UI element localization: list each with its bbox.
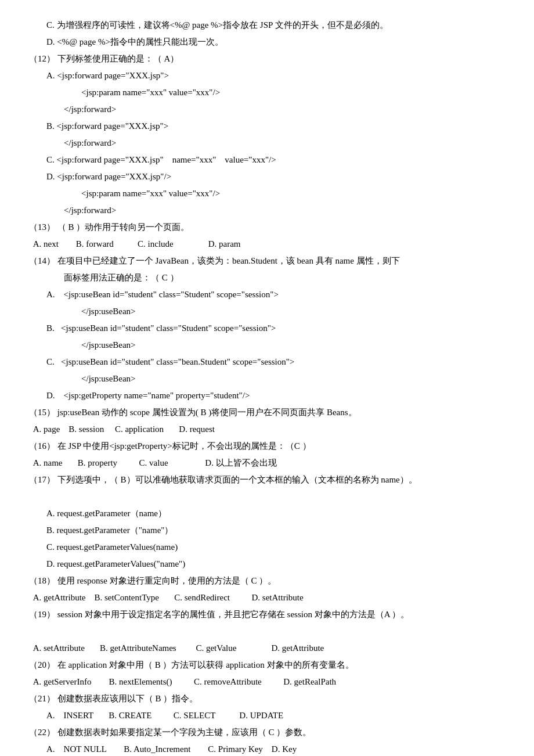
q13-opts: A. next B. forward C. include D. param xyxy=(29,236,505,252)
q15-text: （15） jsp:useBean 动作的 scope 属性设置为( B )将使同… xyxy=(29,405,505,420)
q21-opts: A. INSERT B. CREATE C. SELECT D. UPDATE xyxy=(29,708,505,723)
q22-opts: A. NOT NULL B. Auto_Increment C. Primary… xyxy=(29,741,505,756)
q17-b: B. request.getParameter（"name"） xyxy=(29,523,505,538)
q12-d: D. <jsp:forward page="XXX.jsp"/> xyxy=(29,169,505,185)
q21-text: （21） 创建数据表应该用以下（ B ）指令。 xyxy=(29,691,505,707)
q14-cont: 面标签用法正确的是：（ C ） xyxy=(29,270,505,286)
q16-text: （16） 在 JSP 中使用<jsp:getProperty>标记时，不会出现的… xyxy=(29,438,505,454)
q17-text: （17） 下列选项中，（ B）可以准确地获取请求页面的一个文本框的输入（文本框的… xyxy=(29,472,505,488)
q19-opts: A. setAttribute B. getAttributeNames C. … xyxy=(29,640,505,656)
q19-text: （19） session 对象中用于设定指定名字的属性值，并且把它存储在 ses… xyxy=(29,607,505,622)
q15-opts: A. page B. session C. application D. req… xyxy=(29,422,505,437)
q17-d: D. request.getParameterValues("name") xyxy=(29,556,505,572)
q17-a: A. request.getParameter（name） xyxy=(29,506,505,521)
q14-d: D. <jsp:getProperty name="name" property… xyxy=(29,388,505,404)
q18-text: （18） 使用 response 对象进行重定向时，使用的方法是（ C ）。 xyxy=(29,573,505,589)
q13-text: （13） （ B ）动作用于转向另一个页面。 xyxy=(29,219,505,235)
q19-blank xyxy=(29,624,505,639)
main-content: C. 为增强程序的可读性，建议将<%@ page %>指令放在 JSP 文件的开… xyxy=(29,17,505,756)
q14-a-end: </jsp:useBean> xyxy=(29,304,505,319)
q14-b-end: </jsp:useBean> xyxy=(29,337,505,353)
q12-a-param: <jsp:param name="xxx" value="xxx"/> xyxy=(29,85,505,100)
q22-text: （22） 创建数据表时如果要指定某一个字段为主键，应该用（ C ）参数。 xyxy=(29,725,505,740)
q14-text: （14） 在项目中已经建立了一个 JavaBean，该类为：bean.Stude… xyxy=(29,253,505,269)
q12-b-end: </jsp:forward> xyxy=(29,135,505,151)
q12-a: A. <jsp:forward page="XXX.jsp"> xyxy=(29,68,505,84)
q12-a-end: </jsp:forward> xyxy=(29,102,505,117)
line-c-note: C. 为增强程序的可读性，建议将<%@ page %>指令放在 JSP 文件的开… xyxy=(29,17,505,33)
q17-c: C. request.getParameterValues(name) xyxy=(29,539,505,555)
q14-a: A. <jsp:useBean id="student" class="Stud… xyxy=(29,287,505,303)
q12-c: C. <jsp:forward page="XXX.jsp" name="xxx… xyxy=(29,152,505,168)
q14-c-end: </jsp:useBean> xyxy=(29,371,505,387)
q14-b: B. <jsp:useBean id="student" class="Stud… xyxy=(29,321,505,336)
line-d-note: D. <%@ page %>指令中的属性只能出现一次。 xyxy=(29,34,505,50)
q20-text: （20） 在 application 对象中用（ B ）方法可以获得 appli… xyxy=(29,657,505,673)
q20-opts: A. getServerInfo B. nextElements() C. re… xyxy=(29,674,505,690)
q12-d-end: </jsp:forward> xyxy=(29,203,505,218)
q17-blank xyxy=(29,489,505,505)
q12-d-param: <jsp:param name="xxx" value="xxx"/> xyxy=(29,186,505,201)
q18-opts: A. getAttribute B. setContentType C. sen… xyxy=(29,590,505,606)
q12-text: （12） 下列标签使用正确的是：（ A） xyxy=(29,51,505,67)
q12-b: B. <jsp:forward page="XXX.jsp"> xyxy=(29,118,505,134)
q16-opts: A. name B. property C. value D. 以上皆不会出现 xyxy=(29,455,505,471)
q14-c: C. <jsp:useBean id="student" class="bean… xyxy=(29,354,505,370)
